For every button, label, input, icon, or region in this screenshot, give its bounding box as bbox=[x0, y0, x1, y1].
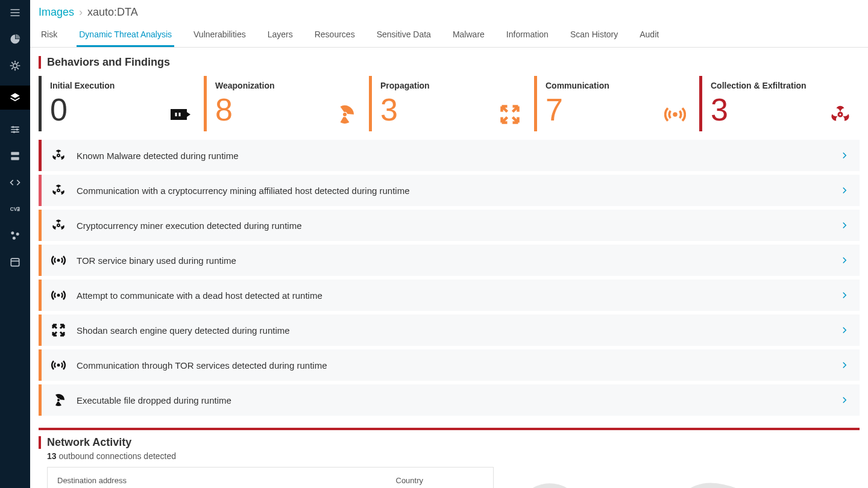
metric-label: Communication bbox=[546, 81, 686, 90]
broadcast-icon bbox=[51, 358, 66, 372]
metric-propagation[interactable]: Propagation3 bbox=[369, 76, 529, 131]
finding-row[interactable]: Executable file dropped during runtime bbox=[39, 384, 860, 416]
tab-information[interactable]: Information bbox=[504, 23, 551, 47]
tabs-bar: RiskDynamic Threat AnalysisVulnerabiliti… bbox=[30, 23, 868, 48]
metric-collection-exfiltration[interactable]: Collection & Exfiltration3 bbox=[699, 76, 860, 131]
tab-dynamic-threat-analysis[interactable]: Dynamic Threat Analysis bbox=[77, 23, 174, 47]
chevron-right-icon bbox=[839, 290, 850, 301]
sidebar-nav bbox=[0, 0, 30, 488]
network-table: Destination address Country 104.26.8.142… bbox=[47, 467, 494, 488]
metric-initial-execution[interactable]: Initial Execution0 bbox=[39, 76, 199, 131]
network-subtitle: 13 outbound connections detected bbox=[39, 451, 860, 461]
breadcrumb-root[interactable]: Images bbox=[39, 6, 74, 19]
biohazard-icon bbox=[829, 104, 851, 125]
broadcast-icon bbox=[664, 104, 686, 125]
metrics-row: Initial Execution0Weaponization8Propagat… bbox=[39, 76, 860, 131]
menu-icon[interactable] bbox=[8, 6, 22, 19]
finding-text: Known Malware detected during runtime bbox=[77, 151, 839, 161]
finding-row[interactable]: Shodan search engine query detected duri… bbox=[39, 314, 860, 346]
broadcast-icon bbox=[51, 288, 66, 302]
tab-layers[interactable]: Layers bbox=[265, 23, 295, 47]
radiation-icon bbox=[51, 393, 66, 407]
network-title: Network Activity bbox=[39, 436, 860, 449]
tab-sensitive-data[interactable]: Sensitive Data bbox=[374, 23, 433, 47]
finding-text: Shodan search engine query detected duri… bbox=[77, 325, 839, 336]
finding-text: Communication through TOR services detec… bbox=[77, 360, 839, 371]
metric-label: Propagation bbox=[380, 81, 521, 90]
section-title: Behaviors and Findings bbox=[39, 56, 860, 69]
chevron-right-icon bbox=[839, 220, 850, 231]
radiation-icon bbox=[334, 104, 356, 125]
finding-row[interactable]: Communication with a cryptocurrency mini… bbox=[39, 175, 860, 206]
chevron-right-icon bbox=[839, 360, 850, 371]
finding-row[interactable]: TOR service binary used during runtime bbox=[39, 245, 860, 276]
broadcast-icon bbox=[51, 253, 66, 267]
finding-row[interactable]: Cryptocurrency miner execution detected … bbox=[39, 210, 860, 241]
breadcrumb: Images › xauto:DTA bbox=[30, 0, 868, 23]
col-country: Country bbox=[388, 469, 492, 488]
finding-text: Cryptocurrency miner execution detected … bbox=[77, 221, 839, 231]
images-icon[interactable] bbox=[0, 86, 30, 110]
finding-row[interactable]: Known Malware detected during runtime bbox=[39, 140, 860, 171]
chevron-right-icon bbox=[839, 255, 850, 266]
chevron-right-icon bbox=[839, 185, 850, 196]
biohazard-icon bbox=[51, 218, 66, 233]
wheel-icon[interactable] bbox=[8, 59, 22, 72]
tab-malware[interactable]: Malware bbox=[450, 23, 487, 47]
metric-label: Collection & Exfiltration bbox=[711, 81, 851, 90]
metric-label: Weaponization bbox=[215, 81, 356, 90]
chevron-right-icon bbox=[839, 395, 850, 405]
biohazard-icon bbox=[51, 183, 66, 198]
tab-vulnerabilities[interactable]: Vulnerabilities bbox=[191, 23, 248, 47]
finding-text: TOR service binary used during runtime bbox=[77, 255, 839, 266]
expand-icon bbox=[51, 323, 66, 337]
finding-row[interactable]: Communication through TOR services detec… bbox=[39, 349, 860, 381]
finding-text: Attempt to communicate with a dead host … bbox=[77, 290, 839, 301]
col-destination: Destination address bbox=[49, 469, 386, 488]
finding-row[interactable]: Attempt to communicate with a dead host … bbox=[39, 280, 860, 311]
nodes-icon[interactable] bbox=[8, 229, 22, 242]
tab-audit[interactable]: Audit bbox=[637, 23, 661, 47]
tab-scan-history[interactable]: Scan History bbox=[568, 23, 620, 47]
finding-text: Executable file dropped during runtime bbox=[77, 395, 839, 405]
chevron-right-icon bbox=[839, 325, 850, 336]
findings-list: Known Malware detected during runtimeCom… bbox=[39, 140, 860, 416]
tab-risk[interactable]: Risk bbox=[39, 23, 60, 47]
execute-icon bbox=[169, 104, 190, 125]
world-map[interactable]: Romania bbox=[506, 467, 860, 488]
expand-icon bbox=[499, 104, 521, 125]
dashboard-icon[interactable] bbox=[8, 33, 22, 46]
chevron-right-icon bbox=[839, 150, 850, 161]
code-icon[interactable] bbox=[8, 176, 22, 189]
sliders-icon[interactable] bbox=[8, 123, 22, 136]
calendar-icon[interactable] bbox=[8, 255, 22, 269]
breadcrumb-current: xauto:DTA bbox=[87, 6, 138, 19]
finding-text: Communication with a cryptocurrency mini… bbox=[77, 186, 839, 196]
metric-label: Initial Execution bbox=[50, 81, 190, 90]
metric-communication[interactable]: Communication7 bbox=[534, 76, 694, 131]
cve-icon[interactable] bbox=[8, 202, 22, 216]
tab-resources[interactable]: Resources bbox=[312, 23, 357, 47]
biohazard-icon bbox=[51, 148, 66, 163]
chevron-right-icon: › bbox=[79, 6, 83, 19]
metric-weaponization[interactable]: Weaponization8 bbox=[204, 76, 364, 131]
server-icon[interactable] bbox=[8, 149, 22, 163]
